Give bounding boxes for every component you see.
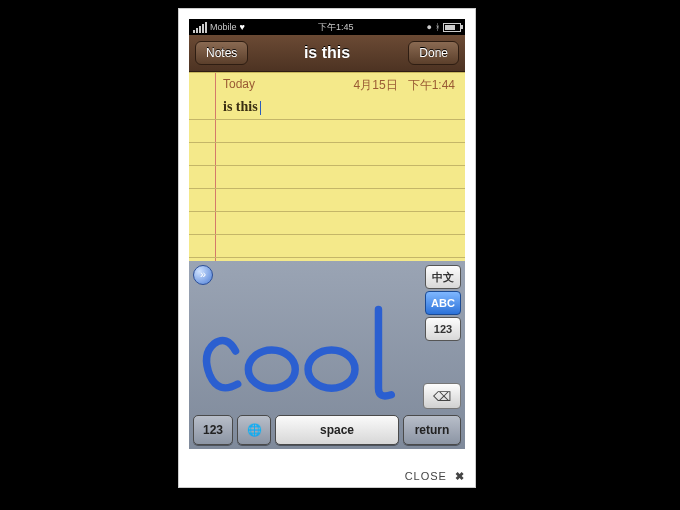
- mode-chinese[interactable]: 中文: [425, 265, 461, 289]
- handwriting-keyboard: » 中文 ABC 123 ⌫: [189, 261, 465, 449]
- close-label: CLOSE: [405, 470, 447, 482]
- nav-bar: Notes is this Done: [189, 35, 465, 72]
- signal-icon: [193, 22, 207, 33]
- text-cursor: [260, 101, 261, 115]
- note-body-text: is this: [223, 99, 258, 114]
- status-icons: ●: [427, 22, 432, 32]
- close-button[interactable]: CLOSE ✖: [405, 470, 465, 483]
- close-icon: ✖: [455, 470, 465, 482]
- note-paper[interactable]: Today 4月15日 下午1:44 is this: [189, 72, 465, 263]
- globe-key[interactable]: 🌐: [237, 415, 271, 445]
- svg-point-0: [248, 350, 295, 388]
- done-button[interactable]: Done: [408, 41, 459, 65]
- delete-key[interactable]: ⌫: [423, 383, 461, 409]
- handwriting-strokes: [195, 289, 419, 413]
- note-date: 4月15日: [354, 78, 398, 92]
- note-time: 下午1:44: [408, 78, 455, 92]
- heart-icon: ♥: [240, 22, 245, 32]
- mode-123[interactable]: 123: [425, 317, 461, 341]
- return-key[interactable]: return: [403, 415, 461, 445]
- battery-icon: [443, 23, 461, 32]
- mode-abc[interactable]: ABC: [425, 291, 461, 315]
- expand-candidates-button[interactable]: »: [193, 265, 213, 285]
- note-body[interactable]: is this: [223, 99, 261, 115]
- space-key[interactable]: space: [275, 415, 399, 445]
- handwriting-area[interactable]: [195, 289, 419, 413]
- lightbox-frame: Mobile ♥ 下午1:45 ● ᚼ Notes is this Done: [178, 8, 476, 488]
- status-time: 下午1:45: [318, 21, 354, 34]
- screenshot: Mobile ♥ 下午1:45 ● ᚼ Notes is this Done: [189, 19, 465, 449]
- carrier-label: Mobile: [210, 22, 237, 32]
- note-today-label: Today: [223, 77, 255, 94]
- bluetooth-icon: ᚼ: [435, 22, 440, 32]
- keyboard-bottom-row: 123 🌐 space return: [193, 415, 461, 445]
- input-mode-switcher: 中文 ABC 123: [425, 265, 461, 341]
- svg-point-1: [308, 350, 355, 388]
- numbers-key[interactable]: 123: [193, 415, 233, 445]
- status-bar: Mobile ♥ 下午1:45 ● ᚼ: [189, 19, 465, 35]
- ruled-lines: [189, 97, 465, 263]
- back-button[interactable]: Notes: [195, 41, 248, 65]
